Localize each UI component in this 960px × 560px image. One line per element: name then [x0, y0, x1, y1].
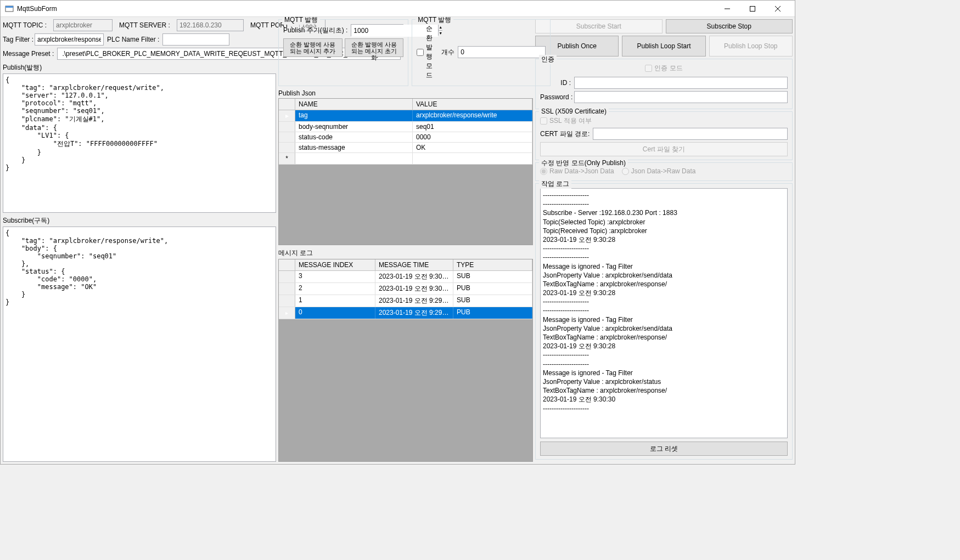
- table-row[interactable]: 12023-01-19 오전 9:29:52SUB: [279, 295, 532, 307]
- publish-cycle-spinner[interactable]: ▲ ▼: [351, 24, 403, 36]
- table-row[interactable]: body-seqnumberseq01: [279, 122, 532, 132]
- mqtt-publish-group-left: MQTT 발행: [282, 17, 320, 25]
- table-row[interactable]: 32023-01-19 오전 9:30:28SUB: [279, 271, 532, 283]
- cell-name[interactable]: tag: [295, 110, 413, 121]
- table-row[interactable]: 02023-01-19 오전 9:29:52PUB: [279, 307, 532, 319]
- cell-value[interactable]: seq01: [413, 122, 532, 132]
- cert-path-input[interactable]: [593, 128, 788, 140]
- maximize-button[interactable]: [740, 1, 765, 17]
- cell-type[interactable]: SUB: [453, 271, 532, 282]
- cell-time[interactable]: 2023-01-19 오전 9:29:52: [375, 295, 453, 307]
- app-icon: [5, 4, 14, 13]
- password-input[interactable]: [574, 91, 788, 103]
- message-log-grid[interactable]: MESSAGE INDEX MESSAGE TIME TYPE 32023-01…: [278, 259, 533, 462]
- cell-value[interactable]: OK: [413, 143, 532, 152]
- svg-rect-3: [750, 6, 755, 11]
- cell-name[interactable]: status-code: [295, 132, 413, 142]
- count-input[interactable]: [458, 46, 546, 58]
- cell-time[interactable]: 2023-01-19 오전 9:29:52: [375, 307, 453, 319]
- svg-rect-1: [5, 6, 13, 8]
- publish-loop-start-button[interactable]: Publish Loop Start: [622, 36, 705, 56]
- table-row[interactable]: 22023-01-19 오전 9:30:28PUB: [279, 283, 532, 295]
- cell-time[interactable]: 2023-01-19 오전 9:30:28: [375, 283, 453, 295]
- publish-json-grid[interactable]: NAME VALUE ▸tagarxplcbroker/response/wri…: [278, 98, 533, 245]
- raw-to-json-label: Raw Data->Json Data: [549, 167, 614, 175]
- id-label: ID :: [540, 79, 571, 87]
- cell-type[interactable]: PUB: [453, 307, 532, 319]
- message-preset-label: Message Preset :: [3, 50, 54, 58]
- cell-type[interactable]: PUB: [453, 283, 532, 295]
- cell-name[interactable]: status-message: [295, 143, 413, 152]
- log-reset-button[interactable]: 로그 리셋: [540, 442, 788, 456]
- raw-to-json-radio: Raw Data->Json Data: [540, 167, 614, 175]
- publish-loop-stop-button: Publish Loop Stop: [709, 36, 793, 56]
- cell-time[interactable]: 2023-01-19 오전 9:30:28: [375, 271, 453, 282]
- message-log-grid-label: 메시지 로그: [278, 248, 533, 258]
- cell-value[interactable]: arxplcbroker/response/write: [413, 110, 532, 121]
- cell-index[interactable]: 3: [295, 271, 375, 282]
- loop-mode-checkbox[interactable]: 순환 발행 모드: [417, 24, 433, 80]
- json-to-raw-label: Json Data->Raw Data: [631, 167, 696, 175]
- ssl-apply-label: SSL 적용 여부: [549, 116, 592, 126]
- grid-header-msg-index[interactable]: MESSAGE INDEX: [295, 259, 375, 270]
- password-label: Password :: [540, 93, 571, 101]
- grid-header-value[interactable]: VALUE: [413, 99, 532, 110]
- auth-mode-label: 인증 모드: [654, 64, 682, 73]
- plc-name-filter-label: PLC Name Filter :: [107, 36, 159, 43]
- ssl-apply-checkbox: SSL 적용 여부: [540, 116, 788, 126]
- publish-json-textarea[interactable]: [3, 73, 276, 213]
- grid-header-msg-type[interactable]: TYPE: [453, 259, 532, 270]
- table-row[interactable]: status-code0000: [279, 132, 532, 143]
- mod-mode-group: 수정 반영 모드(Only Publish): [539, 159, 628, 168]
- tag-filter-input[interactable]: [35, 33, 104, 46]
- work-log-group: 작업 로그: [539, 179, 571, 189]
- work-log-textarea[interactable]: --------------------- ------------------…: [540, 188, 788, 438]
- publish-section-label: Publish(발행): [3, 63, 276, 72]
- titlebar: MqttSubForm: [1, 1, 795, 17]
- subscribe-stop-button[interactable]: Subscribe Stop: [666, 19, 793, 33]
- subscribe-section-label: Subscribe(구독): [3, 216, 276, 225]
- mqtt-server-input[interactable]: [177, 19, 244, 31]
- cell-index[interactable]: 0: [295, 307, 375, 319]
- cell-index[interactable]: 2: [295, 283, 375, 295]
- grid-header-msg-time[interactable]: MESSAGE TIME: [375, 259, 453, 270]
- cell-value[interactable]: 0000: [413, 132, 532, 142]
- table-row[interactable]: ▸tagarxplcbroker/response/write: [279, 110, 532, 122]
- table-row[interactable]: status-messageOK: [279, 143, 532, 153]
- publish-cycle-label: Publish 주기(밀리초) :: [283, 26, 347, 35]
- reset-loop-message-button[interactable]: 순환 발행에 사용되는 메시지 초기화: [345, 38, 404, 57]
- close-button[interactable]: [765, 1, 790, 17]
- grid-header-name[interactable]: NAME: [295, 99, 413, 110]
- subscribe-json-textarea[interactable]: [3, 227, 276, 462]
- cert-path-label: CERT 파일 경로:: [540, 129, 590, 139]
- auth-group: 인증: [539, 55, 557, 64]
- add-loop-message-button[interactable]: 순환 발행에 사용되는 메시지 추가: [283, 38, 343, 57]
- mqtt-topic-label: MQTT TOPIC :: [3, 21, 47, 29]
- mqtt-server-label: MQTT SERVER :: [119, 21, 170, 29]
- mqtt-topic-input[interactable]: [53, 19, 113, 31]
- window-title: MqttSubForm: [17, 5, 715, 13]
- loop-mode-label: 순환 발행 모드: [426, 24, 433, 80]
- subscribe-start-button: Subscribe Start: [535, 19, 663, 33]
- minimize-button[interactable]: [715, 1, 740, 17]
- auth-mode-checkbox: 인증 모드: [645, 64, 682, 73]
- cell-index[interactable]: 1: [295, 295, 375, 307]
- cert-find-button: Cert 파일 찾기: [540, 142, 788, 156]
- id-input[interactable]: [574, 77, 788, 89]
- publish-json-grid-label: Publish Json: [278, 89, 533, 97]
- cell-type[interactable]: SUB: [453, 295, 532, 307]
- cell-name[interactable]: body-seqnumber: [295, 122, 413, 132]
- json-to-raw-radio: Json Data->Raw Data: [622, 167, 696, 175]
- plc-name-filter-input[interactable]: [162, 33, 229, 46]
- tag-filter-label: Tag Filter :: [3, 36, 31, 43]
- mqtt-publish-group-right: MQTT 발행: [416, 17, 453, 25]
- ssl-group: SSL (X509 Certificate): [539, 108, 609, 115]
- count-label: 개수: [441, 48, 454, 57]
- table-new-row[interactable]: [279, 153, 532, 165]
